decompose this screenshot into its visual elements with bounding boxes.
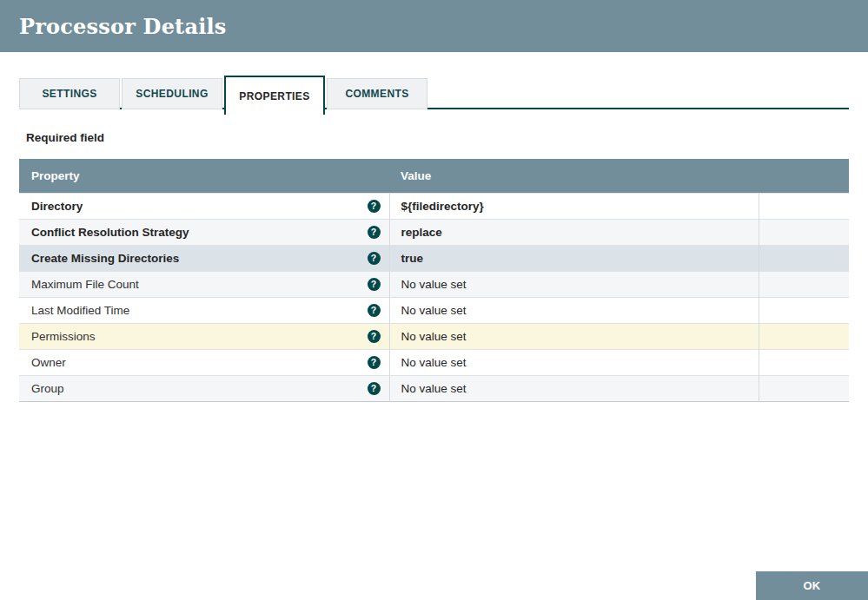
- help-icon[interactable]: ?: [368, 252, 381, 265]
- actions-column-header: [759, 159, 849, 193]
- property-name: Last Modified Time: [31, 304, 129, 317]
- value-cell: true: [389, 245, 759, 271]
- property-value: No value set: [401, 278, 467, 291]
- actions-cell: [759, 349, 849, 375]
- actions-cell: [759, 245, 849, 271]
- help-icon[interactable]: ?: [368, 382, 381, 395]
- property-value: true: [401, 252, 424, 265]
- tab-settings[interactable]: SETTINGS: [19, 78, 120, 109]
- actions-cell: [759, 193, 849, 219]
- table-row[interactable]: Maximum File Count ? No value set: [19, 271, 849, 297]
- tab-label: SCHEDULING: [136, 88, 208, 100]
- property-name: Maximum File Count: [31, 278, 139, 291]
- property-name: Conflict Resolution Strategy: [31, 226, 189, 239]
- property-value: ${filedirectory}: [401, 200, 484, 213]
- property-cell: Owner ?: [19, 349, 389, 375]
- property-value: No value set: [401, 304, 467, 317]
- property-cell: Conflict Resolution Strategy ?: [19, 219, 389, 245]
- tabs: SETTINGS SCHEDULING PROPERTIES COMMENTS: [19, 76, 427, 115]
- actions-cell: [759, 219, 849, 245]
- table-header-row: Property Value: [19, 159, 849, 193]
- property-name: Owner: [31, 356, 66, 369]
- tab-label: SETTINGS: [42, 88, 96, 100]
- value-cell: No value set: [389, 271, 759, 297]
- help-icon[interactable]: ?: [368, 356, 381, 369]
- property-name: Create Missing Directories: [31, 252, 179, 265]
- property-cell: Permissions ?: [19, 323, 389, 349]
- table-row[interactable]: Last Modified Time ? No value set: [19, 297, 849, 323]
- tab-scheduling[interactable]: SCHEDULING: [122, 78, 222, 109]
- tab-properties[interactable]: PROPERTIES: [224, 76, 325, 115]
- processor-details-dialog: Processor Details SETTINGS SCHEDULING PR…: [0, 0, 868, 600]
- value-column-header: Value: [389, 159, 759, 193]
- table-row[interactable]: Create Missing Directories ? true: [19, 245, 849, 271]
- table-row[interactable]: Group ? No value set: [19, 375, 849, 401]
- ok-button[interactable]: OK: [756, 571, 868, 600]
- actions-cell: [759, 375, 849, 401]
- property-value: No value set: [401, 330, 467, 343]
- property-name: Group: [31, 382, 64, 395]
- property-cell: Group ?: [19, 375, 389, 401]
- help-icon[interactable]: ?: [368, 200, 381, 213]
- property-cell: Directory ?: [19, 193, 389, 219]
- property-value: replace: [401, 226, 442, 239]
- help-icon[interactable]: ?: [368, 330, 381, 343]
- help-icon[interactable]: ?: [368, 226, 381, 239]
- property-name: Directory: [31, 200, 83, 213]
- tab-comments[interactable]: COMMENTS: [327, 78, 427, 109]
- value-cell: No value set: [389, 297, 759, 323]
- property-cell: Last Modified Time ?: [19, 297, 389, 323]
- table-row[interactable]: Permissions ? No value set: [19, 323, 849, 349]
- help-icon[interactable]: ?: [368, 304, 381, 317]
- table-row[interactable]: Owner ? No value set: [19, 349, 849, 375]
- property-name: Permissions: [31, 330, 96, 343]
- tab-label: COMMENTS: [345, 88, 408, 100]
- actions-cell: [759, 297, 849, 323]
- value-cell: No value set: [389, 323, 759, 349]
- dialog-title: Processor Details: [0, 14, 226, 39]
- actions-cell: [759, 323, 849, 349]
- property-value: No value set: [401, 356, 467, 369]
- value-cell: ${filedirectory}: [389, 193, 759, 219]
- actions-cell: [759, 271, 849, 297]
- dialog-header: Processor Details: [0, 0, 868, 52]
- property-column-header: Property: [19, 159, 389, 193]
- tab-label: PROPERTIES: [239, 90, 309, 102]
- value-cell: No value set: [389, 349, 759, 375]
- property-cell: Maximum File Count ?: [19, 271, 389, 297]
- property-value: No value set: [401, 382, 467, 395]
- value-cell: replace: [389, 219, 759, 245]
- required-field-label: Required field: [26, 131, 104, 144]
- properties-table-body: Directory ? ${filedirectory} Conflict Re…: [19, 193, 849, 401]
- properties-table: Property Value Directory ? ${filedirecto…: [19, 159, 849, 402]
- property-cell: Create Missing Directories ?: [19, 245, 389, 271]
- table-row[interactable]: Conflict Resolution Strategy ? replace: [19, 219, 849, 245]
- value-cell: No value set: [389, 375, 759, 401]
- help-icon[interactable]: ?: [368, 278, 381, 291]
- table-row[interactable]: Directory ? ${filedirectory}: [19, 193, 849, 219]
